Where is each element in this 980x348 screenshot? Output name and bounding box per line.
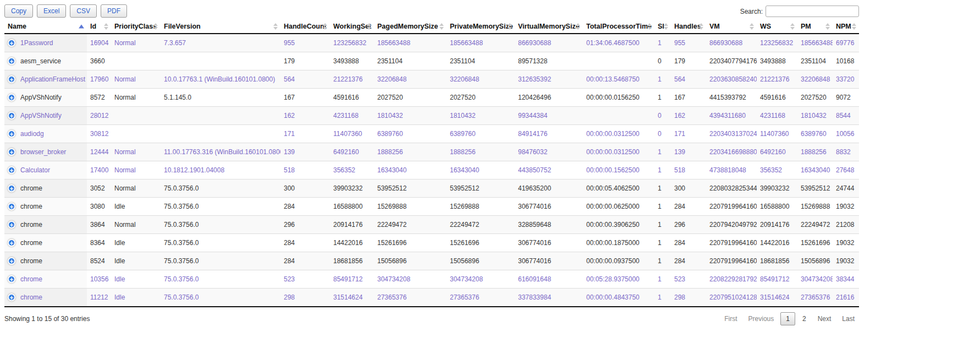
- column-header-si[interactable]: SI: [654, 20, 671, 34]
- page-button-2[interactable]: 2: [797, 313, 811, 325]
- cell-priorityclass: Normal: [111, 34, 161, 52]
- expand-row-icon[interactable]: +: [8, 57, 15, 65]
- cell-workingset: 4231168: [330, 107, 374, 125]
- cell-handles: 139: [671, 143, 706, 161]
- cell-pagedmemorysize: 16343040: [374, 161, 447, 180]
- copy-button[interactable]: Copy: [4, 4, 33, 18]
- expand-row-icon[interactable]: +: [8, 257, 15, 265]
- cell-handles: 296: [671, 216, 706, 234]
- cell-privatememorysize: 27365376: [447, 289, 515, 307]
- cell-handlecount: 284: [280, 198, 330, 216]
- cell-id: 8524: [87, 252, 111, 270]
- cell-handles: 167: [671, 89, 706, 107]
- cell-pagedmemorysize: 304734208: [374, 270, 447, 289]
- cell-pm: 22249472: [797, 216, 833, 234]
- cell-privatememorysize: 15056896: [447, 252, 515, 270]
- column-header-pm[interactable]: PM: [797, 20, 833, 34]
- cell-handles: 298: [671, 289, 706, 307]
- cell-id: 30812: [87, 125, 111, 143]
- next-page-button[interactable]: Next: [813, 313, 836, 325]
- cell-virtualmemorysize: 866930688: [515, 34, 583, 52]
- column-header-totalprocessortime[interactable]: TotalProcessorTime: [583, 20, 654, 34]
- cell-vm: 2208229281792: [706, 270, 757, 289]
- cell-privatememorysize: 53952512: [447, 180, 515, 198]
- table-footer: Showing 1 to 15 of 30 entries First Prev…: [4, 307, 859, 325]
- column-header-privatememorysize[interactable]: PrivateMemorySize: [447, 20, 515, 34]
- cell-id: 3864: [87, 216, 111, 234]
- cell-name: +AppVShNotify: [4, 89, 87, 107]
- cell-virtualmemorysize: 84914176: [515, 125, 583, 143]
- cell-id: 3080: [87, 198, 111, 216]
- first-page-button[interactable]: First: [720, 313, 741, 325]
- cell-handlecount: 564: [280, 70, 330, 89]
- column-header-pagedmemorysize[interactable]: PagedMemorySize: [374, 20, 447, 34]
- expand-row-icon[interactable]: +: [8, 39, 15, 47]
- cell-ws: 6492160: [757, 143, 797, 161]
- page-button-1[interactable]: 1: [780, 312, 795, 325]
- column-header-vm[interactable]: VM: [706, 20, 757, 34]
- expand-row-icon[interactable]: +: [8, 203, 15, 210]
- sort-both-icon: [750, 23, 754, 30]
- expand-row-icon[interactable]: +: [8, 184, 15, 192]
- excel-button[interactable]: Excel: [37, 4, 66, 18]
- column-header-ws[interactable]: WS: [757, 20, 797, 34]
- expand-row-icon[interactable]: +: [8, 112, 15, 119]
- search-input[interactable]: [766, 6, 859, 17]
- cell-handlecount: 171: [280, 125, 330, 143]
- expand-row-icon[interactable]: +: [8, 293, 15, 301]
- column-header-handles[interactable]: Handles: [671, 20, 706, 34]
- column-header-npm[interactable]: NPM: [833, 20, 859, 34]
- table-row: +chrome10356Idle75.0.3756.05238549171230…: [4, 270, 859, 289]
- table-row: +browser_broker12444Normal11.00.17763.31…: [4, 143, 859, 161]
- cell-pagedmemorysize: 32206848: [374, 70, 447, 89]
- cell-handles: 284: [671, 234, 706, 252]
- process-name: 1Password: [20, 39, 53, 47]
- cell-virtualmemorysize: 312635392: [515, 70, 583, 89]
- cell-handlecount: 296: [280, 216, 330, 234]
- cell-npm: 10056: [833, 125, 859, 143]
- cell-vm: 2207919964160: [706, 198, 757, 216]
- expand-row-icon[interactable]: +: [8, 148, 15, 156]
- expand-row-icon[interactable]: +: [8, 239, 15, 247]
- process-name: chrome: [20, 184, 42, 192]
- expand-row-icon[interactable]: +: [8, 94, 15, 101]
- cell-handles: 162: [671, 107, 706, 125]
- cell-totalprocessortime: 01:34:06.4687500: [583, 34, 654, 52]
- column-header-virtualmemorysize[interactable]: VirtualMemorySize: [515, 20, 583, 34]
- csv-button[interactable]: CSV: [70, 4, 97, 18]
- cell-vm: 2203407794176: [706, 52, 757, 70]
- expand-row-icon[interactable]: +: [8, 221, 15, 229]
- column-header-name[interactable]: Name: [4, 20, 87, 34]
- cell-id: 3052: [87, 180, 111, 198]
- column-header-label: WorkingSet: [333, 23, 371, 30]
- pdf-button[interactable]: PDF: [101, 4, 127, 18]
- export-buttons: Copy Excel CSV PDF: [4, 4, 127, 18]
- column-header-id[interactable]: Id: [87, 20, 111, 34]
- column-header-handlecount[interactable]: HandleCount: [280, 20, 330, 34]
- process-name: Calculator: [20, 166, 50, 174]
- column-header-workingset[interactable]: WorkingSet: [330, 20, 374, 34]
- cell-vm: 2203630858240: [706, 70, 757, 89]
- cell-priorityclass: Idle: [111, 289, 161, 307]
- table-row: +1Password16904Normal7.3.657955123256832…: [4, 34, 859, 52]
- cell-workingset: 20914176: [330, 216, 374, 234]
- cell-priorityclass: Normal: [111, 161, 161, 180]
- expand-row-icon[interactable]: +: [8, 166, 15, 174]
- column-header-label: VirtualMemorySize: [518, 23, 580, 30]
- column-header-fileversion[interactable]: FileVersion: [161, 20, 280, 34]
- expand-row-icon[interactable]: +: [8, 275, 15, 283]
- cell-npm: 8832: [833, 143, 859, 161]
- last-page-button[interactable]: Last: [838, 313, 859, 325]
- cell-pagedmemorysize: 2351104: [374, 52, 447, 70]
- cell-npm: 19032: [833, 234, 859, 252]
- cell-handlecount: 298: [280, 289, 330, 307]
- expand-row-icon[interactable]: +: [8, 130, 15, 138]
- cell-priorityclass: Normal: [111, 180, 161, 198]
- cell-pm: 1810432: [797, 107, 833, 125]
- expand-row-icon[interactable]: +: [8, 75, 15, 83]
- cell-handles: 523: [671, 270, 706, 289]
- cell-ws: 11407360: [757, 125, 797, 143]
- cell-npm: 69776: [833, 34, 859, 52]
- column-header-priorityclass[interactable]: PriorityClass: [111, 20, 161, 34]
- previous-page-button[interactable]: Previous: [744, 313, 779, 325]
